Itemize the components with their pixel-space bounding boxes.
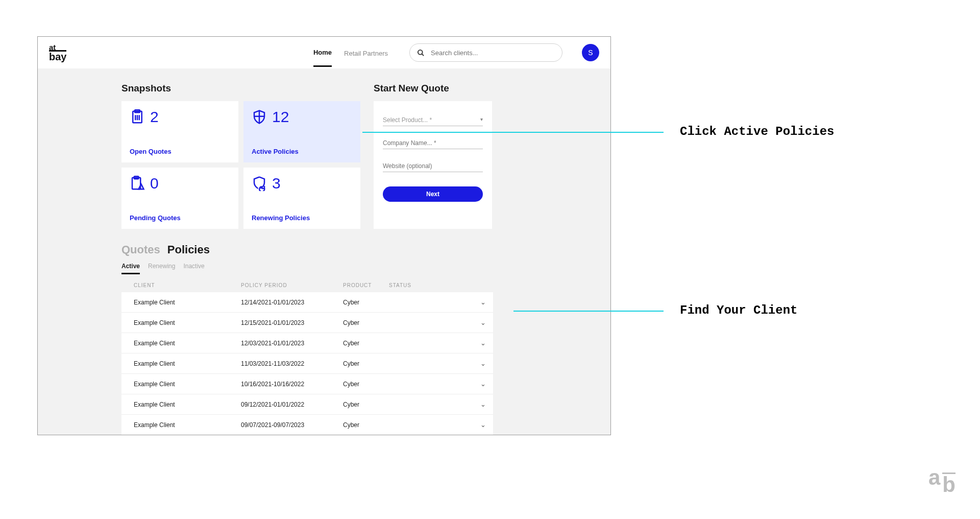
cell-product: Cyber: [343, 319, 389, 326]
cell-product: Cyber: [343, 421, 389, 429]
snapshots-section: Snapshots 2 Open Quotes 12: [121, 83, 360, 229]
table-row[interactable]: Example Client12/14/2021-01/01/2023Cyber…: [121, 292, 493, 313]
watermark-b: b: [942, 473, 955, 494]
cell-product: Cyber: [343, 340, 389, 347]
callout-line-1: [362, 132, 664, 133]
table-body: Example Client12/14/2021-01/01/2023Cyber…: [121, 292, 493, 435]
cell-product: Cyber: [343, 360, 389, 367]
product-select-placeholder: Select Product... *: [383, 116, 432, 124]
topbar: at bay Home Retail Partners S: [38, 37, 610, 68]
next-button[interactable]: Next: [383, 186, 483, 202]
th-period: POLICY PERIOD: [241, 282, 343, 288]
card-label: Pending Quotes: [130, 214, 230, 222]
content: Snapshots 2 Open Quotes 12: [38, 68, 610, 435]
clipboard-alert-icon: [130, 176, 145, 191]
logo-top: at: [49, 44, 66, 51]
company-name-input[interactable]: [383, 137, 483, 149]
main-tabs: Quotes Policies: [121, 243, 610, 256]
card-open-quotes[interactable]: 2 Open Quotes: [121, 101, 238, 162]
card-count: 12: [272, 108, 289, 126]
expand-row-icon[interactable]: ⌄: [473, 380, 493, 388]
svg-point-0: [418, 50, 423, 54]
cell-client: Example Client: [134, 319, 241, 326]
expand-row-icon[interactable]: ⌄: [473, 339, 493, 347]
search-input[interactable]: [431, 49, 555, 57]
snapshot-cards: 2 Open Quotes 12 Active Policies: [121, 101, 360, 229]
table-row[interactable]: Example Client11/03/2021-11/03/2022Cyber…: [121, 353, 493, 374]
cell-product: Cyber: [343, 381, 389, 388]
th-client: CLIENT: [134, 282, 241, 288]
tab-quotes[interactable]: Quotes: [121, 243, 160, 256]
newquote-form: Select Product... * ▾ Next: [374, 101, 492, 229]
subtab-active[interactable]: Active: [121, 263, 140, 274]
cell-client: Example Client: [134, 401, 241, 408]
search-wrap[interactable]: [409, 43, 562, 62]
table-row[interactable]: Example Client09/12/2021-01/01/2022Cyber…: [121, 394, 493, 415]
subtab-renewing[interactable]: Renewing: [148, 263, 175, 274]
card-count: 2: [150, 108, 159, 126]
cell-period: 10/16/2021-10/16/2022: [241, 381, 343, 388]
cell-client: Example Client: [134, 299, 241, 306]
cell-period: 11/03/2021-11/03/2022: [241, 360, 343, 367]
policies-table: CLIENT POLICY PERIOD PRODUCT STATUS Exam…: [121, 282, 493, 435]
expand-row-icon[interactable]: ⌄: [473, 298, 493, 306]
th-product: PRODUCT: [343, 282, 389, 288]
logo: at bay: [49, 44, 66, 62]
card-label: Open Quotes: [130, 148, 230, 155]
newquote-title: Start New Quote: [374, 83, 492, 94]
expand-row-icon[interactable]: ⌄: [473, 421, 493, 429]
cell-period: 12/14/2021-01/01/2023: [241, 299, 343, 306]
logo-bottom: bay: [49, 50, 66, 61]
website-input[interactable]: [383, 160, 483, 172]
nav: Home Retail Partners S: [313, 38, 599, 67]
cell-client: Example Client: [134, 421, 241, 429]
clipboard-icon: [130, 109, 145, 125]
app-window: at bay Home Retail Partners S Snapshots: [37, 36, 611, 435]
card-renewing-policies[interactable]: 3 Renewing Policies: [243, 168, 360, 229]
newquote-section: Start New Quote Select Product... * ▾ Ne…: [374, 83, 492, 229]
search-icon: [417, 49, 425, 57]
snapshots-title: Snapshots: [121, 83, 360, 94]
nav-retail-partners[interactable]: Retail Partners: [344, 39, 388, 66]
cell-client: Example Client: [134, 360, 241, 367]
shield-refresh-icon: [252, 176, 267, 191]
card-label: Active Policies: [252, 148, 352, 155]
watermark: ab: [928, 465, 955, 487]
sub-tabs: Active Renewing Inactive: [121, 263, 610, 274]
product-select[interactable]: Select Product... * ▾: [383, 114, 483, 126]
card-active-policies[interactable]: 12 Active Policies: [243, 101, 360, 162]
avatar-initial: S: [588, 49, 593, 57]
card-pending-quotes[interactable]: 0 Pending Quotes: [121, 168, 238, 229]
cell-period: 09/12/2021-01/01/2022: [241, 401, 343, 408]
callout-line-2: [513, 311, 664, 312]
nav-home[interactable]: Home: [313, 38, 332, 67]
card-count: 0: [150, 175, 159, 192]
expand-row-icon[interactable]: ⌄: [473, 319, 493, 326]
table-row[interactable]: Example Client12/03/2021-01/01/2023Cyber…: [121, 333, 493, 353]
table-row[interactable]: Example Client10/16/2021-10/16/2022Cyber…: [121, 374, 493, 394]
avatar[interactable]: S: [582, 44, 599, 61]
table-header: CLIENT POLICY PERIOD PRODUCT STATUS: [121, 282, 493, 292]
cell-period: 12/15/2021-01/01/2023: [241, 319, 343, 326]
card-count: 3: [272, 175, 281, 192]
callout-find-client: Find Your Client: [680, 303, 797, 317]
expand-row-icon[interactable]: ⌄: [473, 360, 493, 367]
table-row[interactable]: Example Client12/15/2021-01/01/2023Cyber…: [121, 313, 493, 333]
subtab-inactive[interactable]: Inactive: [183, 263, 204, 274]
cell-period: 09/07/2021-09/07/2023: [241, 421, 343, 429]
cell-client: Example Client: [134, 340, 241, 347]
tab-policies[interactable]: Policies: [167, 243, 210, 256]
shield-icon: [252, 109, 267, 125]
cell-product: Cyber: [343, 401, 389, 408]
callout-active-policies: Click Active Policies: [680, 125, 834, 138]
cell-product: Cyber: [343, 299, 389, 306]
watermark-a: a: [928, 468, 940, 487]
table-row[interactable]: Example Client09/07/2021-09/07/2023Cyber…: [121, 415, 493, 435]
cell-period: 12/03/2021-01/01/2023: [241, 340, 343, 347]
expand-row-icon[interactable]: ⌄: [473, 400, 493, 408]
card-label: Renewing Policies: [252, 214, 352, 222]
svg-line-1: [422, 54, 424, 56]
chevron-down-icon: ▾: [480, 116, 483, 122]
cell-client: Example Client: [134, 381, 241, 388]
th-status: STATUS: [389, 282, 473, 288]
